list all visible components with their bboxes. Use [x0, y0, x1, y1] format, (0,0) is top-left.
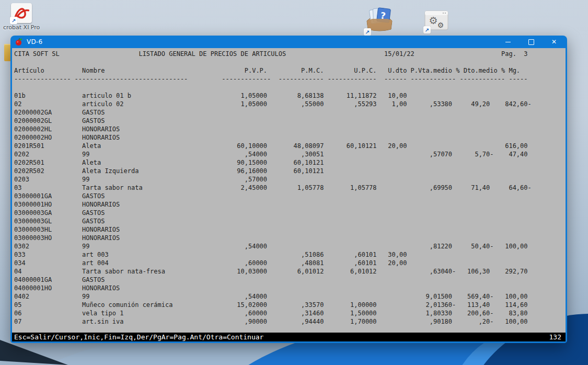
svg-text:⚙: ⚙: [437, 21, 444, 29]
desktop-icon-acrobat[interactable]: ↗ crobat XI Pro: [3, 3, 40, 31]
terminal-content[interactable]: CITA SOFT SL LISTADO GENERAL DE PRECIOS …: [12, 48, 566, 341]
status-bar: Esc=Salir/Cursor,Inic,Fin=Izq,Der/PgAr=P…: [12, 333, 566, 341]
report-text: CITA SOFT SL LISTADO GENERAL DE PRECIOS …: [12, 48, 566, 333]
minimize-button[interactable]: [497, 36, 520, 48]
shortcut-arrow-icon: ↗: [423, 26, 431, 33]
shortcut-arrow-icon: ↗: [10, 17, 17, 24]
window-title: VD-6: [27, 38, 497, 45]
svg-text:⚙: ⚙: [429, 15, 437, 26]
status-help-text: Esc=Salir/Cursor,Inic,Fin=Izq,Der/PgAr=P…: [14, 333, 263, 341]
window-titlebar[interactable]: VD-6 ✕: [12, 36, 566, 48]
desktop-icon-settings[interactable]: ⚙ ⚙ ↗: [424, 10, 448, 32]
desktop-icon-cardfile-help[interactable]: ? ↗: [365, 6, 394, 35]
status-value: 132: [549, 333, 561, 341]
maximize-button[interactable]: [520, 36, 543, 48]
app-window-vd6: VD-6 ✕ CITA SOFT SL LISTADO GENERAL DE P…: [10, 36, 567, 343]
icon-label: crobat XI Pro: [3, 24, 40, 31]
shortcut-arrow-icon: ↗: [364, 28, 371, 36]
close-button[interactable]: ✕: [543, 36, 566, 48]
apple-window-icon: [15, 38, 23, 46]
